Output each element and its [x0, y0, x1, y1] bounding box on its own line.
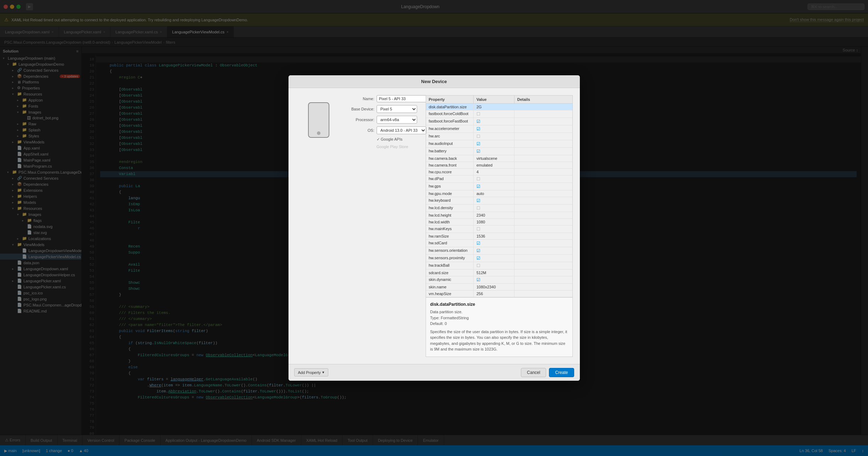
table-row[interactable]: hw.mainKeys ☐: [426, 226, 572, 233]
prop-val-cell: ☑: [474, 140, 514, 147]
checkbox-unchecked-icon: ☐: [476, 112, 480, 116]
table-row[interactable]: disk.dataPartition.size 2G: [426, 104, 572, 110]
prop-val-cell: ☑: [474, 183, 514, 190]
os-row: OS: Android 13.0 - API 33: [346, 126, 417, 134]
prop-val-cell: auto: [474, 190, 514, 197]
checkbox-checked-icon: ☑: [476, 184, 480, 189]
table-row[interactable]: hw.keyboard ☑: [426, 197, 572, 205]
prop-name-cell: hw.ramSize: [426, 233, 474, 239]
base-device-row: Base Device: Pixel 5: [346, 105, 417, 113]
checkbox-checked-icon: ☑: [476, 119, 480, 124]
prop-val-cell: ☐: [474, 110, 514, 118]
table-row[interactable]: hw.lcd.density ☐: [426, 205, 572, 212]
prop-val-cell: ☑: [474, 240, 514, 247]
prop-val-cell: ☐: [474, 205, 514, 212]
phone-home-button: [317, 131, 320, 135]
details-long-desc: Specifies the size of the user data part…: [430, 329, 568, 352]
prop-value: 256: [476, 292, 483, 296]
table-row[interactable]: hw.lcd.width 1080: [426, 219, 572, 226]
prop-details-cell: [514, 183, 572, 190]
prop-details-cell: [514, 284, 572, 290]
prop-name-cell: skin.name: [426, 284, 474, 290]
checkbox-checked-icon: ☑: [476, 126, 480, 131]
prop-val-cell: emulated: [474, 162, 514, 168]
cancel-button[interactable]: Cancel: [521, 368, 546, 377]
table-row[interactable]: hw.audioInput ☑: [426, 140, 572, 148]
prop-name-cell: vm.heapSize: [426, 291, 474, 297]
table-row[interactable]: hw.trackBall ☐: [426, 262, 572, 270]
prop-name-cell: hw.accelerometer: [426, 125, 474, 132]
prop-details-cell: [514, 233, 572, 239]
prop-details-cell: [514, 255, 572, 262]
table-row[interactable]: hw.camera.back virtualscene: [426, 155, 572, 162]
google-play-check[interactable]: Google Play Store: [346, 145, 417, 149]
table-row[interactable]: vm.heapSize 256: [426, 291, 572, 297]
create-button[interactable]: Create: [549, 368, 574, 377]
prop-value: virtualscene: [476, 156, 497, 161]
modal-title: New Device: [289, 75, 580, 88]
prop-details-cell: [514, 226, 572, 233]
name-input[interactable]: [377, 95, 431, 102]
prop-name-cell: hw.arc: [426, 133, 474, 140]
table-row[interactable]: sdcard.size 512M: [426, 270, 572, 276]
column-details: Details: [514, 96, 572, 103]
prop-val-cell: ☐: [474, 262, 514, 269]
prop-name-cell: hw.lcd.height: [426, 212, 474, 218]
base-device-select[interactable]: Pixel 5: [377, 105, 417, 113]
device-preview: [296, 95, 342, 138]
prop-details-cell: [514, 190, 572, 197]
google-apis-check[interactable]: ✓ Google APIs: [346, 137, 417, 142]
add-property-label: Add Property: [298, 370, 321, 375]
table-row[interactable]: hw.arc ☐: [426, 133, 572, 140]
prop-details-cell: [514, 197, 572, 204]
modal-footer: Add Property ▾ Cancel Create: [289, 364, 580, 381]
base-device-label: Base Device:: [346, 107, 374, 111]
table-row[interactable]: hw.camera.front emulated: [426, 162, 572, 169]
prop-name-cell: hw.trackBall: [426, 262, 474, 269]
table-row[interactable]: hw.sensors.proximity ☑: [426, 255, 572, 262]
prop-name-cell: hw.gps: [426, 183, 474, 190]
prop-value: 2G: [476, 105, 482, 109]
prop-val-cell: ☐: [474, 175, 514, 183]
properties-section: Property Value Details disk.dataPartitio…: [426, 95, 573, 357]
table-row[interactable]: hw.ramSize 1536: [426, 233, 572, 240]
table-row[interactable]: hw.sdCard ☑: [426, 240, 572, 247]
table-row[interactable]: fastboot.forceFastBoot ☑: [426, 118, 572, 125]
prop-details-cell: [514, 276, 572, 283]
checkbox-unchecked-icon: ☐: [476, 134, 480, 139]
prop-val-cell: 512M: [474, 270, 514, 276]
checkbox-unchecked-icon: ☐: [476, 227, 480, 232]
table-row[interactable]: hw.gps ☑: [426, 183, 572, 190]
table-row[interactable]: hw.lcd.height 2340: [426, 212, 572, 219]
checkbox-checked-icon: ☑: [476, 198, 480, 203]
prop-details-cell: [514, 219, 572, 225]
table-row[interactable]: hw.dPad ☐: [426, 175, 572, 183]
prop-name-cell: hw.keyboard: [426, 197, 474, 204]
prop-value: 2340: [476, 213, 485, 217]
prop-value: auto: [476, 191, 484, 196]
details-type: Type: FormattedString: [430, 315, 568, 321]
table-row[interactable]: fastboot.forceColdBoot ☐: [426, 110, 572, 118]
table-row[interactable]: hw.sensors.orientation ☑: [426, 247, 572, 255]
prop-val-cell: 1536: [474, 233, 514, 239]
prop-val-cell: ☑: [474, 125, 514, 132]
checkbox-unchecked-icon: ☐: [476, 206, 480, 211]
os-select[interactable]: Android 13.0 - API 33: [377, 126, 426, 134]
prop-name-cell: hw.battery: [426, 148, 474, 155]
add-property-button[interactable]: Add Property ▾: [294, 368, 328, 376]
table-row[interactable]: hw.battery ☑: [426, 148, 572, 155]
prop-details-cell: [514, 155, 572, 162]
table-row[interactable]: hw.accelerometer ☑: [426, 125, 572, 133]
table-row[interactable]: hw.cpu.ncore 4: [426, 169, 572, 175]
checkbox-checked-icon: ☑: [476, 256, 480, 261]
processor-select[interactable]: arm64-v8a: [377, 116, 417, 124]
table-row[interactable]: skin.dynamic ☑: [426, 276, 572, 284]
prop-val-cell: ☐: [474, 133, 514, 140]
table-row[interactable]: skin.name 1080x2340: [426, 284, 572, 291]
prop-details-cell: [514, 270, 572, 276]
table-row[interactable]: hw.gpu.mode auto: [426, 190, 572, 197]
prop-details-cell: [514, 125, 572, 132]
checkbox-checked-icon: ☑: [476, 241, 480, 246]
prop-details-cell: [514, 291, 572, 297]
prop-val-cell: ☑: [474, 118, 514, 125]
